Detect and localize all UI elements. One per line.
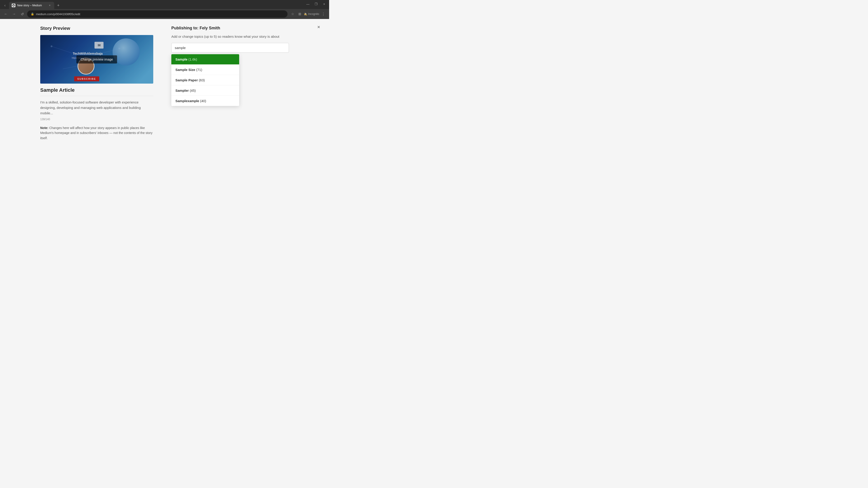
restore-button[interactable]: ❐	[313, 1, 319, 7]
preview-image-container[interactable]: ✉ TechWithAlemsbaja https://alemsbaja.ha…	[40, 35, 153, 84]
publish-layout: Story Preview	[40, 26, 289, 140]
tab-nav-prev[interactable]: ‹	[2, 2, 8, 8]
dropdown-item-3[interactable]: Sampler (45)	[171, 86, 239, 96]
char-count: 139/140	[40, 118, 153, 121]
story-preview-panel: Story Preview	[40, 26, 153, 140]
dropdown-item-1[interactable]: Sample Size (71)	[171, 65, 239, 75]
article-divider	[40, 96, 153, 96]
browser-actions: ☆ ⊞ 🕵 Incognito ⋮	[289, 11, 327, 17]
refresh-button[interactable]: ↺	[19, 11, 25, 17]
publishing-to-label: Publishing to:	[171, 26, 199, 30]
article-title: Sample Article	[40, 87, 153, 93]
dropdown-item-2[interactable]: Sample Paper (63)	[171, 75, 239, 86]
page-content: × Story Preview	[0, 19, 329, 184]
lock-icon: 🔒	[31, 12, 34, 15]
incognito-indicator: 🕵 Incognito	[304, 12, 319, 15]
publishing-panel: Publishing to: Fely Smith Add or change …	[171, 26, 289, 140]
browser-chrome: ‹ M New story – Medium × + — ❐ × ← → ↺ 🔒…	[0, 0, 329, 19]
topics-hint: Add or change topics (up to 5) so reader…	[171, 34, 289, 39]
tab-favicon: M	[12, 4, 16, 7]
note-label: Note:	[40, 126, 49, 130]
tab-bar: ‹ M New story – Medium × +	[0, 0, 329, 9]
address-bar-row: ← → ↺ 🔒 medium.com/p/00441938f05c/edit ☆…	[0, 9, 329, 19]
topic-dropdown: Sample (1.6k) Sample Size (71) Sample Pa…	[171, 54, 239, 106]
minimize-button[interactable]: —	[305, 1, 311, 7]
close-button[interactable]: ×	[321, 1, 327, 7]
dropdown-item-4[interactable]: Samplexample (40)	[171, 96, 239, 106]
svg-text:M: M	[13, 4, 14, 7]
note-content: Changes here will affect how your story …	[40, 126, 152, 140]
active-tab[interactable]: M New story – Medium ×	[9, 2, 54, 9]
topic-search-input[interactable]	[171, 43, 289, 53]
tab-close-button[interactable]: ×	[48, 4, 52, 7]
menu-button[interactable]: ⋮	[320, 11, 327, 17]
url-text: medium.com/p/00441938f05c/edit	[36, 12, 80, 16]
incognito-label: Incognito	[308, 12, 319, 15]
forward-button[interactable]: →	[11, 11, 17, 17]
article-note: Note: Changes here will affect how your …	[40, 125, 153, 140]
story-preview-title: Story Preview	[40, 26, 153, 31]
dropdown-item-0[interactable]: Sample (1.6k)	[171, 54, 239, 65]
article-excerpt: I'm a skilled, solution-focused software…	[40, 100, 153, 116]
new-tab-button[interactable]: +	[55, 2, 61, 8]
back-button[interactable]: ←	[3, 11, 9, 17]
preview-image-overlay: Change preview image	[40, 35, 153, 84]
publishing-to-line: Publishing to: Fely Smith	[171, 26, 289, 31]
modal-close-button[interactable]: ×	[315, 24, 322, 31]
window-controls: — ❐ ×	[305, 1, 327, 7]
tab-search-button[interactable]: ⊞	[297, 11, 303, 17]
address-bar[interactable]: 🔒 medium.com/p/00441938f05c/edit	[27, 10, 287, 18]
incognito-icon: 🕵	[304, 12, 307, 15]
topic-input-container: Sample (1.6k) Sample Size (71) Sample Pa…	[171, 43, 289, 53]
bookmark-button[interactable]: ☆	[289, 11, 296, 17]
tab-title: New story – Medium	[17, 4, 46, 7]
publishing-to-author: Fely Smith	[199, 26, 220, 30]
change-preview-image-button[interactable]: Change preview image	[76, 55, 117, 64]
